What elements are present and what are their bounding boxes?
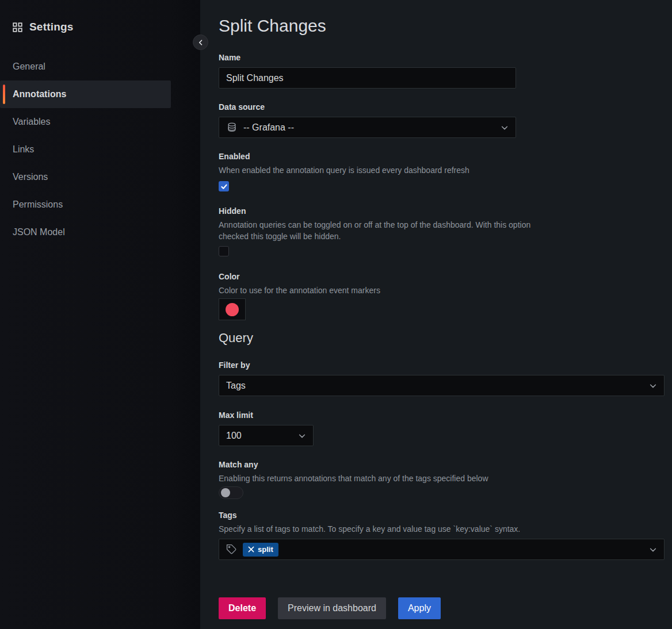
- annotation-marker-color-dot: [226, 303, 239, 316]
- chevron-down-icon: [649, 546, 657, 554]
- filter-by-value: Tags: [226, 381, 246, 391]
- data-source-label: Data source: [219, 102, 672, 112]
- hidden-label: Hidden: [219, 206, 672, 216]
- query-section-title: Query: [219, 330, 672, 346]
- color-picker-swatch[interactable]: [219, 298, 246, 320]
- max-limit-value: 100: [226, 431, 242, 441]
- sidebar-item-versions[interactable]: Versions: [0, 163, 200, 191]
- apps-grid-icon: [13, 22, 22, 32]
- match-any-label: Match any: [219, 460, 672, 470]
- match-any-toggle[interactable]: [219, 486, 243, 499]
- name-input[interactable]: [219, 67, 516, 89]
- enabled-description: When enabled the annotation query is iss…: [219, 164, 672, 176]
- filter-by-label: Filter by: [219, 360, 672, 370]
- match-any-description: Enabling this returns annotations that m…: [219, 473, 672, 484]
- sidebar-header: Settings: [0, 21, 200, 33]
- sidebar-item-general[interactable]: General: [0, 53, 200, 80]
- data-source-value: -- Grafana --: [243, 122, 294, 133]
- chevron-down-icon: [501, 124, 509, 132]
- delete-button[interactable]: Delete: [219, 597, 266, 619]
- apply-button[interactable]: Apply: [398, 597, 441, 619]
- settings-sidebar: Settings General Annotations Variables L…: [0, 0, 200, 629]
- sidebar-item-links[interactable]: Links: [0, 136, 200, 163]
- actions-bar: Delete Preview in dashboard Apply: [219, 597, 672, 619]
- filter-by-select[interactable]: Tags: [219, 375, 665, 396]
- page-title: Split Changes: [219, 15, 672, 37]
- chevron-left-icon: [197, 39, 204, 46]
- sidebar-item-annotations[interactable]: Annotations: [0, 80, 171, 108]
- database-icon: [226, 122, 238, 133]
- annotation-settings-panel: Split Changes Name Data source -- Grafan…: [200, 0, 672, 629]
- enabled-label: Enabled: [219, 152, 672, 162]
- chevron-down-icon: [298, 432, 306, 440]
- tag-label: split: [258, 545, 273, 554]
- tag-icon: [226, 544, 237, 555]
- hidden-checkbox[interactable]: [219, 246, 229, 256]
- max-limit-label: Max limit: [219, 411, 672, 420]
- data-source-select[interactable]: -- Grafana --: [219, 117, 516, 138]
- sidebar-item-permissions[interactable]: Permissions: [0, 191, 200, 218]
- collapse-sidebar-button[interactable]: [193, 34, 208, 50]
- tags-select[interactable]: split: [219, 539, 665, 560]
- tags-label: Tags: [219, 511, 672, 520]
- name-label: Name: [219, 53, 672, 63]
- preview-in-dashboard-button[interactable]: Preview in dashboard: [278, 597, 386, 619]
- sidebar-item-variables[interactable]: Variables: [0, 108, 200, 136]
- remove-tag-icon[interactable]: [248, 546, 254, 553]
- sidebar-item-json-model[interactable]: JSON Model: [0, 218, 200, 246]
- sidebar-title: Settings: [29, 21, 74, 33]
- enabled-checkbox[interactable]: [219, 181, 229, 191]
- color-label: Color: [219, 272, 672, 282]
- tag-pill-split[interactable]: split: [243, 543, 278, 557]
- toggle-knob: [221, 488, 230, 497]
- checkmark-icon: [220, 183, 228, 190]
- color-description: Color to use for the annotation event ma…: [219, 285, 672, 296]
- max-limit-select[interactable]: 100: [219, 425, 314, 446]
- tags-description: Specify a list of tags to match. To spec…: [219, 523, 672, 535]
- hidden-description: Annotation queries can be toggled on or …: [219, 219, 555, 242]
- chevron-down-icon: [649, 382, 657, 390]
